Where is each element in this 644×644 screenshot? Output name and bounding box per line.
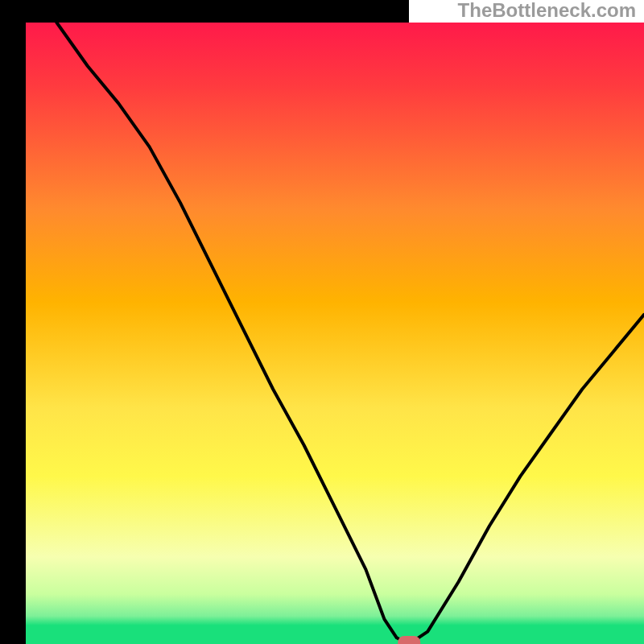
watermark-text: TheBottleneck.com bbox=[458, 0, 636, 21]
optimal-marker bbox=[398, 636, 420, 644]
svg-rect-1 bbox=[0, 0, 26, 644]
chart-container: TheBottleneck.com bbox=[0, 0, 644, 644]
svg-rect-0 bbox=[26, 23, 644, 644]
bottleneck-chart bbox=[0, 0, 644, 644]
